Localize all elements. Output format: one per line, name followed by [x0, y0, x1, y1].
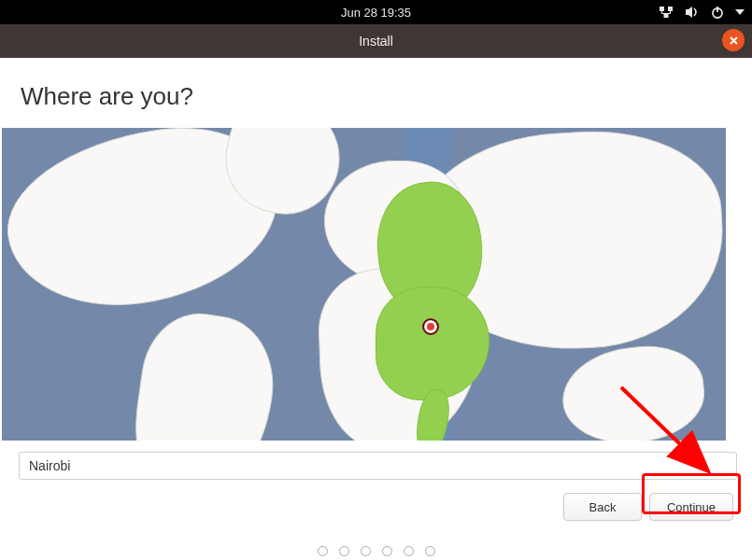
location-input[interactable] — [19, 452, 737, 480]
location-pin-icon — [422, 318, 439, 335]
progress-dot — [361, 546, 371, 556]
progress-dot — [318, 546, 328, 556]
clock: Jun 28 19:35 — [341, 6, 411, 20]
system-tray[interactable] — [659, 0, 745, 24]
page-heading: Where are you? — [21, 82, 735, 111]
svg-marker-6 — [686, 7, 692, 18]
progress-dot — [404, 546, 414, 556]
progress-dot — [382, 546, 392, 556]
map-landmass — [559, 342, 708, 441]
map-landmass — [125, 306, 283, 441]
close-icon — [729, 35, 739, 46]
desktop-top-bar: Jun 28 19:35 — [0, 0, 752, 24]
power-icon[interactable] — [711, 6, 724, 19]
continue-button[interactable]: Continue — [649, 493, 733, 521]
svg-marker-9 — [735, 9, 745, 15]
window-titlebar: Install — [0, 24, 752, 58]
back-button[interactable]: Back — [563, 493, 642, 521]
svg-rect-5 — [661, 13, 671, 14]
progress-dot — [339, 546, 349, 556]
volume-icon[interactable] — [685, 6, 700, 19]
nav-button-row: Back Continue — [21, 493, 735, 521]
network-icon[interactable] — [659, 6, 674, 19]
progress-dot — [425, 546, 435, 556]
close-button[interactable] — [722, 29, 745, 51]
timezone-map[interactable] — [2, 128, 726, 441]
window-title: Install — [359, 34, 393, 49]
chevron-down-icon[interactable] — [735, 7, 745, 17]
installer-content: Where are you? Back Continue — [0, 58, 752, 521]
progress-dots — [318, 546, 435, 556]
selected-timezone-region — [376, 287, 490, 400]
